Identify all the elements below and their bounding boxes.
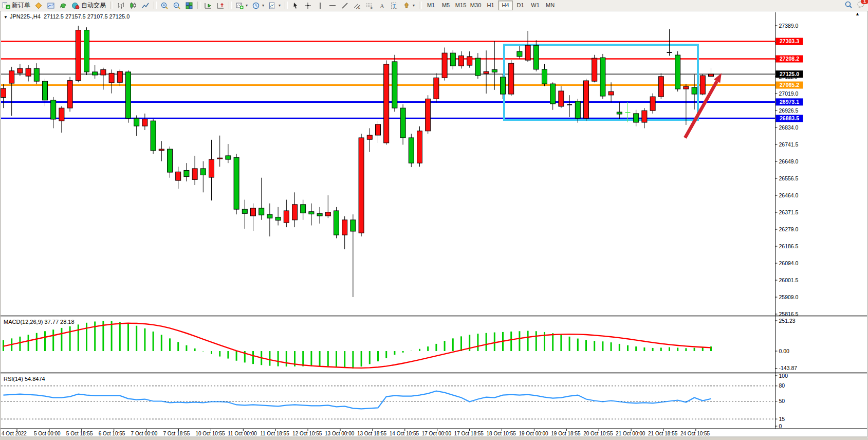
horizontal-line-icon bbox=[328, 2, 337, 10]
macd-scale-label: 251.23 bbox=[779, 318, 796, 324]
toolbar-separator bbox=[419, 2, 422, 9]
autotrade-button[interactable]: 自动交易 bbox=[69, 1, 108, 11]
trendline-icon bbox=[341, 2, 349, 10]
zoom-in-button[interactable] bbox=[158, 1, 171, 11]
price-tick-label: 26834.0 bbox=[779, 124, 799, 131]
chevron-down-icon[interactable]: ▼ bbox=[4, 15, 8, 20]
dropdown-caret-icon[interactable]: ▾ bbox=[279, 3, 281, 8]
tile-windows-button[interactable] bbox=[183, 1, 195, 11]
zoom-in-icon bbox=[160, 2, 169, 10]
timeframe-button-mn[interactable]: MN bbox=[543, 1, 558, 10]
toolbar-group-timeframes: M1M5M15M30H1H4D1W1MN bbox=[423, 1, 558, 11]
text-label-button[interactable]: T bbox=[388, 1, 400, 11]
notification-badge: 1 bbox=[861, 0, 868, 4]
rsi-scale-label: 80 bbox=[779, 382, 785, 389]
vertical-line-button[interactable] bbox=[314, 1, 326, 11]
price-tick-label: 26371.5 bbox=[779, 209, 799, 215]
time-axis-label: 17 Oct 00:00 bbox=[422, 431, 452, 436]
bar-chart-button[interactable] bbox=[115, 1, 127, 11]
toolbar-group-trading: 新订单自动交易 bbox=[0, 1, 108, 11]
text-button[interactable]: A bbox=[376, 1, 388, 11]
price-tick-label: 26186.5 bbox=[779, 243, 799, 249]
horizontal-line-button[interactable] bbox=[326, 1, 339, 11]
vertical-line-icon bbox=[316, 2, 324, 10]
time-axis-label: 19 Oct 18:55 bbox=[551, 431, 581, 436]
rsi-scale-label: 50 bbox=[779, 398, 785, 404]
autotrade-icon bbox=[71, 2, 80, 10]
time-axis-label: 21 Oct 18:55 bbox=[648, 431, 678, 436]
line-chart-icon bbox=[141, 2, 150, 10]
time-axis-label: 11 Oct 18:55 bbox=[260, 431, 289, 436]
chart-canvas[interactable]: 27389.027296.527204.027111.527019.026926… bbox=[0, 11, 868, 437]
arrows-button[interactable]: ▾ bbox=[400, 1, 417, 11]
time-axis-label: 7 Oct 00:00 bbox=[131, 431, 158, 436]
chart-window-icon bbox=[47, 2, 55, 10]
scroll-marker-icon[interactable]: ▲ bbox=[855, 11, 860, 16]
timeframe-button-m30[interactable]: M30 bbox=[468, 1, 483, 10]
time-axis-label: 13 Oct 18:55 bbox=[357, 431, 387, 436]
time-axis-label: 12 Oct 10:55 bbox=[292, 431, 322, 436]
cursor-icon bbox=[291, 2, 300, 10]
time-axis-label: 11 Oct 00:00 bbox=[228, 431, 257, 436]
timeframe-button-m5[interactable]: M5 bbox=[438, 1, 453, 10]
cursor-button[interactable] bbox=[289, 1, 302, 11]
signals-icon bbox=[59, 2, 67, 10]
fibonacci-button[interactable]: F bbox=[363, 1, 376, 11]
button-label: 新订单 bbox=[12, 1, 30, 10]
indicators-button[interactable]: ▾ bbox=[233, 1, 250, 11]
timeframe-button-d1[interactable]: D1 bbox=[513, 1, 528, 10]
price-line-tag: 26973.1 bbox=[780, 99, 799, 105]
candle-chart-icon bbox=[129, 2, 137, 10]
wand-button[interactable] bbox=[32, 1, 45, 11]
line-chart-button[interactable] bbox=[139, 1, 152, 11]
crosshair-button[interactable] bbox=[302, 1, 314, 11]
dropdown-caret-icon[interactable]: ▾ bbox=[413, 3, 415, 8]
chart-window[interactable]: 27389.027296.527204.027111.527019.026926… bbox=[0, 11, 868, 437]
wand-icon bbox=[34, 2, 43, 10]
timeframe-button-m1[interactable]: M1 bbox=[423, 1, 438, 10]
chart-window-button[interactable] bbox=[45, 1, 57, 11]
time-axis-label: 18 Oct 10:55 bbox=[487, 431, 516, 436]
chart-shift-button[interactable] bbox=[214, 1, 227, 11]
svg-text:A: A bbox=[380, 2, 384, 9]
price-line-tag: 27125.0 bbox=[780, 71, 799, 77]
zoom-out-button[interactable] bbox=[171, 1, 183, 11]
new-order-icon bbox=[2, 2, 10, 10]
svg-text:T: T bbox=[393, 3, 396, 9]
macd-scale-label: -143.87 bbox=[779, 365, 798, 371]
candle-chart-button[interactable] bbox=[127, 1, 139, 11]
price-tick-label: 25816.5 bbox=[779, 311, 799, 317]
tile-windows-icon bbox=[185, 2, 193, 10]
price-tick-label: 26464.0 bbox=[779, 192, 799, 198]
search-icon bbox=[844, 1, 853, 9]
price-tick-label: 26001.5 bbox=[779, 277, 799, 283]
search-button[interactable] bbox=[844, 1, 853, 10]
timeframe-button-h4[interactable]: H4 bbox=[498, 1, 513, 10]
price-tick-label: 27389.0 bbox=[779, 23, 799, 29]
price-tick-label: 26741.5 bbox=[779, 141, 799, 148]
templates-button[interactable]: ▾ bbox=[266, 1, 283, 11]
price-tick-label: 26279.0 bbox=[779, 226, 799, 232]
trendline-button[interactable] bbox=[339, 1, 351, 11]
equidistant-channel-button[interactable]: E bbox=[351, 1, 363, 11]
auto-scroll-button[interactable] bbox=[202, 1, 214, 11]
toolbar-separator bbox=[285, 2, 288, 9]
time-axis-label: 5 Oct 00:00 bbox=[34, 431, 61, 436]
new-order-button[interactable]: 新订单 bbox=[0, 1, 32, 11]
timeframe-button-h1[interactable]: H1 bbox=[483, 1, 498, 10]
signals-button[interactable] bbox=[57, 1, 69, 11]
svg-text:E: E bbox=[358, 6, 360, 9]
toolbar-group-scroll bbox=[202, 1, 227, 11]
macd-scale-label: 0.00 bbox=[779, 348, 790, 354]
timeframe-button-w1[interactable]: W1 bbox=[528, 1, 543, 10]
periods-button[interactable]: ▾ bbox=[250, 1, 266, 11]
toolbar: 新订单自动交易▾▾▾EFAT▾M1M5M15M30H1H4D1W1MN1 bbox=[0, 0, 868, 11]
time-axis-label: 6 Oct 10:55 bbox=[99, 431, 125, 436]
toolbar-group-drawing-tools: EFAT▾ bbox=[289, 1, 417, 11]
time-axis-label: 14 Oct 10:55 bbox=[390, 431, 419, 436]
timeframe-button-m15[interactable]: M15 bbox=[453, 1, 468, 10]
dropdown-caret-icon[interactable]: ▾ bbox=[246, 3, 248, 8]
dropdown-caret-icon[interactable]: ▾ bbox=[262, 3, 264, 8]
auto-scroll-icon bbox=[204, 2, 212, 10]
chat-button[interactable]: 1 bbox=[857, 1, 865, 10]
